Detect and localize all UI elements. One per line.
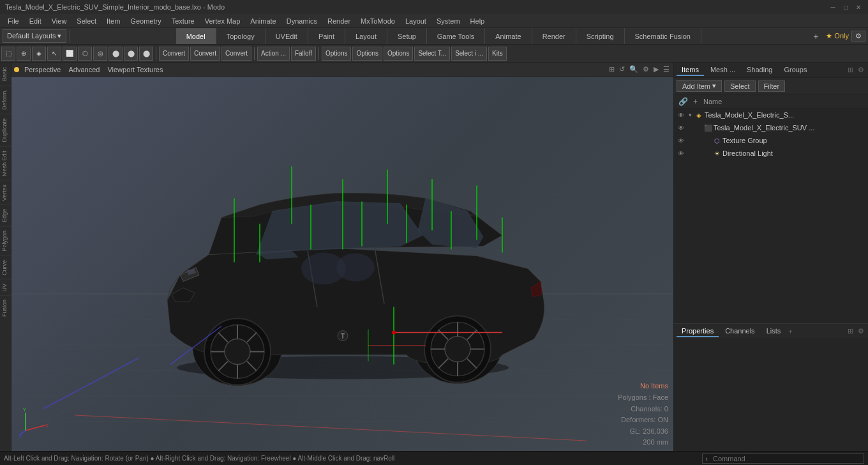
sidebar-fusion[interactable]: Fusion (0, 295, 11, 321)
menu-edit[interactable]: Edit (24, 16, 47, 26)
props-tab-properties[interactable]: Properties (677, 326, 719, 337)
settings-button[interactable]: ⚙ (851, 31, 865, 42)
viewport-icon-settings[interactable]: ⚙ (641, 65, 650, 73)
panel-tab-groups[interactable]: Groups (779, 65, 812, 76)
tab-uvedit[interactable]: UVEdit (266, 28, 308, 44)
tab-add[interactable]: + (808, 28, 823, 44)
tab-schematic-fusion[interactable]: Schematic Fusion (625, 28, 701, 44)
menu-view[interactable]: View (47, 16, 72, 26)
items-icon-add[interactable]: + (691, 97, 700, 106)
sidebar-vertex[interactable]: Vertex (0, 180, 11, 205)
sidebar-edge[interactable]: Edge (0, 204, 11, 226)
sidebar-basic[interactable]: Basic (0, 63, 11, 85)
tool-icon-1[interactable]: ⊕ (17, 47, 31, 61)
viewport-icon-menu[interactable]: ☰ (662, 65, 671, 73)
canvas-area[interactable]: T (11, 77, 673, 451)
viewport-icon-refresh[interactable]: ↺ (618, 65, 626, 73)
tab-setup[interactable]: Setup (387, 28, 427, 44)
tab-model[interactable]: Model (176, 28, 216, 44)
sidebar-polygon[interactable]: Polygon (0, 226, 11, 255)
tool-icon-2[interactable]: ◈ (32, 47, 46, 61)
command-input[interactable] (710, 454, 864, 463)
menu-render[interactable]: Render (322, 16, 355, 26)
convert1-button[interactable]: Convert (159, 47, 189, 61)
textures-label[interactable]: Viewport Textures (105, 66, 165, 73)
menu-vertex map[interactable]: Vertex Map (200, 16, 246, 26)
tree-item[interactable]: 👁▾◈Tesla_Model_X_Electric_S... (674, 109, 868, 121)
panel-tab-items[interactable]: Items (677, 65, 704, 76)
tab-paint[interactable]: Paint (308, 28, 345, 44)
menu-system[interactable]: System (431, 16, 465, 26)
maximize-button[interactable]: □ (841, 3, 850, 11)
tool-icon-7[interactable]: ⬤ (108, 47, 123, 61)
tool-icon-6[interactable]: ◎ (93, 47, 107, 61)
sidebar-uv[interactable]: UV (0, 279, 11, 296)
convert2-button[interactable]: Convert (190, 47, 220, 61)
tool-icon-9[interactable]: ⬤ (139, 47, 153, 61)
star-only[interactable]: ★ Only (826, 32, 849, 40)
sidebar-deform[interactable]: Deform. (0, 85, 11, 114)
tab-game-tools[interactable]: Game Tools (427, 28, 486, 44)
tab-animate[interactable]: Animate (485, 28, 532, 44)
tool-icon-8[interactable]: ⬤ (124, 47, 138, 61)
tool-icon-5[interactable]: ⬡ (78, 47, 92, 61)
menu-texture[interactable]: Texture (167, 16, 200, 26)
viewport-icon-maximize[interactable]: ⊞ (608, 65, 616, 73)
tab-scripting[interactable]: Scripting (576, 28, 625, 44)
select_t-button[interactable]: Select T... (414, 47, 450, 61)
panel-tab-mesh[interactable]: Mesh ... (705, 65, 740, 76)
menu-file[interactable]: File (3, 16, 24, 26)
close-button[interactable]: ✕ (854, 3, 863, 11)
convert3-button[interactable]: Convert (221, 47, 251, 61)
kits-button[interactable]: Kits (488, 47, 507, 61)
tab-layout[interactable]: Layout (345, 28, 387, 44)
perspective-label[interactable]: Perspective (22, 66, 63, 73)
tree-arrow-icon[interactable]: ▾ (687, 112, 693, 118)
tree-eye-icon[interactable]: 👁 (677, 150, 685, 157)
items-icon-link[interactable]: 🔗 (677, 97, 690, 106)
viewport-dot[interactable] (14, 67, 19, 72)
tool-icon-0[interactable]: ⬚ (1, 47, 15, 61)
tab-topology[interactable]: Topology (216, 28, 266, 44)
props-expand-icon[interactable]: ⊞ (846, 327, 855, 335)
sidebar-meshedit[interactable]: Mesh Edit (0, 146, 11, 180)
sidebar-curve[interactable]: Curve (0, 255, 11, 279)
props-add-tab[interactable]: + (787, 328, 793, 335)
add-item-button[interactable]: Add Item ▾ (677, 80, 722, 92)
options2-button[interactable]: Options (352, 47, 382, 61)
menu-animate[interactable]: Animate (245, 16, 281, 26)
falloff_label-button[interactable]: Falloff (291, 47, 316, 61)
menu-geometry[interactable]: Geometry (125, 16, 166, 26)
tree-item[interactable]: 👁☀Directional Light (674, 147, 868, 160)
tree-item[interactable]: 👁⬛Tesla_Model_X_Electric_SUV ... (674, 121, 868, 134)
menu-item[interactable]: Item (101, 16, 125, 26)
minimize-button[interactable]: ─ (828, 3, 837, 11)
props-gear-icon[interactable]: ⚙ (857, 327, 865, 335)
viewport-area[interactable]: Perspective Advanced Viewport Textures ⊞… (11, 63, 673, 451)
menu-layout[interactable]: Layout (400, 16, 431, 26)
sidebar-duplicate[interactable]: Duplicate (0, 114, 11, 146)
viewport-icon-search[interactable]: 🔍 (628, 65, 640, 73)
props-tab-lists[interactable]: Lists (761, 326, 786, 337)
panel-settings-icon[interactable]: ⚙ (857, 66, 865, 74)
tree-eye-icon[interactable]: 👁 (677, 112, 685, 119)
panel-tab-shading[interactable]: Shading (742, 65, 777, 76)
tool-icon-4[interactable]: ⬜ (63, 47, 77, 61)
props-tab-channels[interactable]: Channels (720, 326, 760, 337)
options3-button[interactable]: Options (384, 47, 413, 61)
tree-item[interactable]: 👁⬡Texture Group (674, 134, 868, 147)
advanced-label[interactable]: Advanced (66, 66, 102, 73)
layout-dropdown[interactable]: Default Layouts ▾ (3, 29, 66, 43)
options1-button[interactable]: Options (322, 47, 351, 61)
menu-select[interactable]: Select (71, 16, 101, 26)
filter-button[interactable]: Filter (758, 80, 785, 92)
tool-icon-3[interactable]: ↖ (47, 47, 61, 61)
menu-mxtomodo[interactable]: MxToModo (355, 16, 400, 26)
menu-help[interactable]: Help (465, 16, 490, 26)
tab-render[interactable]: Render (532, 28, 576, 44)
scene-tree[interactable]: 👁▾◈Tesla_Model_X_Electric_S...👁⬛Tesla_Mo… (674, 109, 868, 323)
tree-eye-icon[interactable]: 👁 (677, 137, 685, 144)
menu-dynamics[interactable]: Dynamics (281, 16, 322, 26)
panel-expand-icon[interactable]: ⊞ (846, 66, 855, 74)
action_label-button[interactable]: Action ... (257, 47, 290, 61)
